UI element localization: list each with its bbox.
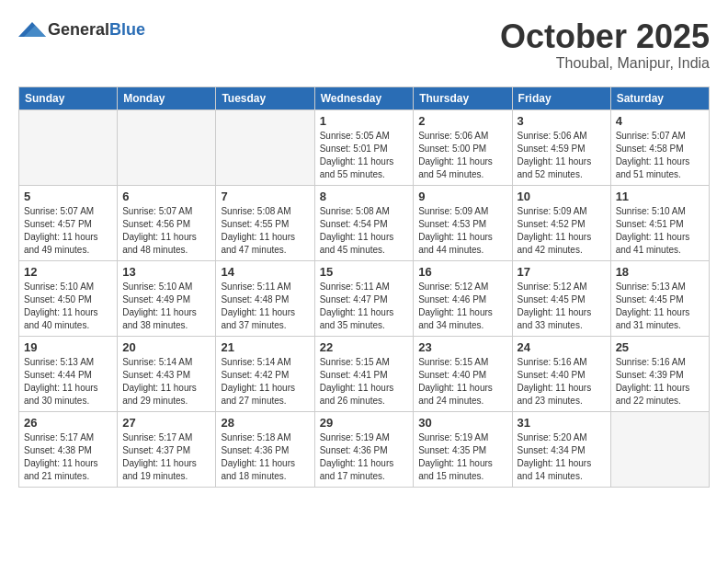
day-info: Sunrise: 5:08 AMSunset: 4:55 PMDaylight:… xyxy=(221,205,309,257)
day-info: Sunrise: 5:07 AMSunset: 4:58 PMDaylight:… xyxy=(616,130,704,181)
calendar-cell xyxy=(118,109,216,185)
day-info: Sunrise: 5:11 AMSunset: 4:48 PMDaylight:… xyxy=(221,281,309,332)
title-area: October 2025 Thoubal, Manipur, India xyxy=(500,18,710,72)
month-title: October 2025 xyxy=(500,18,710,55)
day-number: 14 xyxy=(221,265,309,279)
day-info: Sunrise: 5:12 AMSunset: 4:46 PMDaylight:… xyxy=(418,281,506,332)
day-info: Sunrise: 5:19 AMSunset: 4:35 PMDaylight:… xyxy=(418,431,506,483)
day-info: Sunrise: 5:14 AMSunset: 4:42 PMDaylight:… xyxy=(221,356,309,408)
day-number: 1 xyxy=(320,114,409,128)
day-number: 26 xyxy=(24,416,112,430)
calendar-cell: 22Sunrise: 5:15 AMSunset: 4:41 PMDayligh… xyxy=(314,336,414,411)
day-info: Sunrise: 5:10 AMSunset: 4:50 PMDaylight:… xyxy=(24,281,112,332)
calendar-cell: 18Sunrise: 5:13 AMSunset: 4:45 PMDayligh… xyxy=(610,260,709,336)
weekday-header-wednesday: Wednesday xyxy=(314,86,414,109)
day-number: 13 xyxy=(122,265,210,279)
day-number: 6 xyxy=(122,190,210,203)
day-number: 10 xyxy=(518,190,606,203)
logo-general-text: General xyxy=(48,20,109,40)
day-info: Sunrise: 5:19 AMSunset: 4:36 PMDaylight:… xyxy=(320,431,409,483)
day-info: Sunrise: 5:05 AMSunset: 5:01 PMDaylight:… xyxy=(320,130,409,181)
calendar-cell: 21Sunrise: 5:14 AMSunset: 4:42 PMDayligh… xyxy=(216,336,314,411)
calendar-cell: 13Sunrise: 5:10 AMSunset: 4:49 PMDayligh… xyxy=(118,260,216,336)
calendar-cell: 12Sunrise: 5:10 AMSunset: 4:50 PMDayligh… xyxy=(19,260,118,336)
calendar-cell: 27Sunrise: 5:17 AMSunset: 4:37 PMDayligh… xyxy=(118,411,216,487)
day-info: Sunrise: 5:20 AMSunset: 4:34 PMDaylight:… xyxy=(518,431,606,483)
day-info: Sunrise: 5:12 AMSunset: 4:45 PMDaylight:… xyxy=(518,281,606,332)
calendar-cell: 19Sunrise: 5:13 AMSunset: 4:44 PMDayligh… xyxy=(19,336,118,411)
calendar: SundayMondayTuesdayWednesdayThursdayFrid… xyxy=(18,86,710,488)
day-number: 28 xyxy=(221,416,309,430)
week-row-2: 5Sunrise: 5:07 AMSunset: 4:57 PMDaylight… xyxy=(19,185,710,260)
day-number: 31 xyxy=(518,416,606,430)
day-number: 27 xyxy=(122,416,210,430)
weekday-header-row: SundayMondayTuesdayWednesdayThursdayFrid… xyxy=(19,86,710,109)
day-number: 11 xyxy=(616,190,704,203)
day-number: 8 xyxy=(320,190,409,203)
day-number: 18 xyxy=(616,265,704,279)
day-number: 3 xyxy=(518,114,606,128)
day-info: Sunrise: 5:15 AMSunset: 4:41 PMDaylight:… xyxy=(320,356,409,408)
day-info: Sunrise: 5:06 AMSunset: 5:00 PMDaylight:… xyxy=(418,130,506,181)
week-row-3: 12Sunrise: 5:10 AMSunset: 4:50 PMDayligh… xyxy=(19,260,710,336)
day-info: Sunrise: 5:09 AMSunset: 4:52 PMDaylight:… xyxy=(518,205,606,257)
day-number: 24 xyxy=(518,340,606,354)
day-number: 29 xyxy=(320,416,409,430)
day-number: 25 xyxy=(616,340,704,354)
day-info: Sunrise: 5:09 AMSunset: 4:53 PMDaylight:… xyxy=(418,205,506,257)
day-number: 19 xyxy=(24,340,112,354)
day-number: 21 xyxy=(221,340,309,354)
weekday-header-friday: Friday xyxy=(512,86,610,109)
week-row-5: 26Sunrise: 5:17 AMSunset: 4:38 PMDayligh… xyxy=(19,411,710,487)
calendar-cell: 6Sunrise: 5:07 AMSunset: 4:56 PMDaylight… xyxy=(118,185,216,260)
calendar-cell: 1Sunrise: 5:05 AMSunset: 5:01 PMDaylight… xyxy=(314,109,414,185)
calendar-cell: 10Sunrise: 5:09 AMSunset: 4:52 PMDayligh… xyxy=(512,185,610,260)
day-info: Sunrise: 5:13 AMSunset: 4:45 PMDaylight:… xyxy=(616,281,704,332)
calendar-cell: 4Sunrise: 5:07 AMSunset: 4:58 PMDaylight… xyxy=(610,109,709,185)
weekday-header-monday: Monday xyxy=(118,86,216,109)
weekday-header-tuesday: Tuesday xyxy=(216,86,314,109)
day-info: Sunrise: 5:08 AMSunset: 4:54 PMDaylight:… xyxy=(320,205,409,257)
calendar-cell: 23Sunrise: 5:15 AMSunset: 4:40 PMDayligh… xyxy=(414,336,512,411)
calendar-cell xyxy=(610,411,709,487)
day-info: Sunrise: 5:15 AMSunset: 4:40 PMDaylight:… xyxy=(418,356,506,408)
day-info: Sunrise: 5:07 AMSunset: 4:56 PMDaylight:… xyxy=(122,205,210,257)
weekday-header-sunday: Sunday xyxy=(19,86,118,109)
day-info: Sunrise: 5:18 AMSunset: 4:36 PMDaylight:… xyxy=(221,431,309,483)
logo-blue-text: Blue xyxy=(109,20,145,40)
day-number: 16 xyxy=(418,265,506,279)
calendar-cell: 7Sunrise: 5:08 AMSunset: 4:55 PMDaylight… xyxy=(216,185,314,260)
logo: General Blue xyxy=(18,18,145,40)
calendar-cell: 2Sunrise: 5:06 AMSunset: 5:00 PMDaylight… xyxy=(414,109,512,185)
calendar-cell: 26Sunrise: 5:17 AMSunset: 4:38 PMDayligh… xyxy=(19,411,118,487)
day-number: 23 xyxy=(418,340,506,354)
day-number: 9 xyxy=(418,190,506,203)
calendar-cell: 14Sunrise: 5:11 AMSunset: 4:48 PMDayligh… xyxy=(216,260,314,336)
day-number: 22 xyxy=(320,340,409,354)
calendar-cell: 28Sunrise: 5:18 AMSunset: 4:36 PMDayligh… xyxy=(216,411,314,487)
calendar-cell: 25Sunrise: 5:16 AMSunset: 4:39 PMDayligh… xyxy=(610,336,709,411)
location-title: Thoubal, Manipur, India xyxy=(500,55,710,72)
calendar-cell: 15Sunrise: 5:11 AMSunset: 4:47 PMDayligh… xyxy=(314,260,414,336)
week-row-4: 19Sunrise: 5:13 AMSunset: 4:44 PMDayligh… xyxy=(19,336,710,411)
logo-icon xyxy=(18,18,46,40)
weekday-header-saturday: Saturday xyxy=(610,86,709,109)
day-info: Sunrise: 5:13 AMSunset: 4:44 PMDaylight:… xyxy=(24,356,112,408)
week-row-1: 1Sunrise: 5:05 AMSunset: 5:01 PMDaylight… xyxy=(19,109,710,185)
day-number: 15 xyxy=(320,265,409,279)
calendar-cell: 17Sunrise: 5:12 AMSunset: 4:45 PMDayligh… xyxy=(512,260,610,336)
calendar-cell: 11Sunrise: 5:10 AMSunset: 4:51 PMDayligh… xyxy=(610,185,709,260)
day-number: 12 xyxy=(24,265,112,279)
day-info: Sunrise: 5:10 AMSunset: 4:49 PMDaylight:… xyxy=(122,281,210,332)
calendar-cell: 30Sunrise: 5:19 AMSunset: 4:35 PMDayligh… xyxy=(414,411,512,487)
day-number: 4 xyxy=(616,114,704,128)
calendar-cell: 20Sunrise: 5:14 AMSunset: 4:43 PMDayligh… xyxy=(118,336,216,411)
calendar-cell: 8Sunrise: 5:08 AMSunset: 4:54 PMDaylight… xyxy=(314,185,414,260)
day-info: Sunrise: 5:17 AMSunset: 4:37 PMDaylight:… xyxy=(122,431,210,483)
day-info: Sunrise: 5:07 AMSunset: 4:57 PMDaylight:… xyxy=(24,205,112,257)
calendar-cell: 29Sunrise: 5:19 AMSunset: 4:36 PMDayligh… xyxy=(314,411,414,487)
calendar-cell: 24Sunrise: 5:16 AMSunset: 4:40 PMDayligh… xyxy=(512,336,610,411)
day-number: 5 xyxy=(24,190,112,203)
calendar-cell xyxy=(19,109,118,185)
calendar-cell xyxy=(216,109,314,185)
